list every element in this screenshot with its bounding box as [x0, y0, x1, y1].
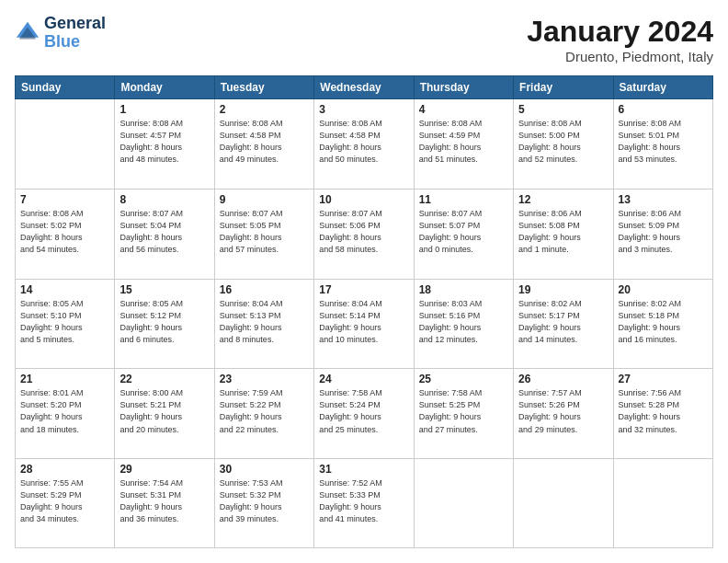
header: General Blue January 2024 Druento, Piedm…: [15, 15, 713, 64]
cell-info: Sunrise: 8:06 AMSunset: 5:09 PMDaylight:…: [619, 208, 708, 256]
day-number: 24: [319, 373, 408, 385]
cell-info: Sunrise: 7:52 AMSunset: 5:33 PMDaylight:…: [319, 477, 408, 525]
calendar-cell: 13Sunrise: 8:06 AMSunset: 5:09 PMDayligh…: [613, 189, 712, 279]
calendar-cell: 17Sunrise: 8:04 AMSunset: 5:14 PMDayligh…: [314, 279, 414, 369]
cell-info: Sunrise: 7:58 AMSunset: 5:24 PMDaylight:…: [319, 387, 408, 435]
calendar-cell: 23Sunrise: 7:59 AMSunset: 5:22 PMDayligh…: [214, 369, 313, 459]
day-number: 20: [619, 283, 708, 296]
calendar-week-row: 28Sunrise: 7:55 AMSunset: 5:29 PMDayligh…: [16, 459, 713, 548]
calendar-cell: 5Sunrise: 8:08 AMSunset: 5:00 PMDaylight…: [514, 99, 613, 190]
day-number: 8: [119, 193, 209, 206]
day-number: 15: [119, 283, 209, 296]
day-number: 12: [518, 193, 608, 206]
page: General Blue January 2024 Druento, Piedm…: [0, 0, 728, 563]
cell-info: Sunrise: 8:05 AMSunset: 5:12 PMDaylight:…: [119, 298, 209, 346]
calendar-cell: 28Sunrise: 7:55 AMSunset: 5:29 PMDayligh…: [16, 459, 115, 548]
calendar-header-wednesday: Wednesday: [314, 76, 414, 99]
logo: General Blue: [15, 15, 106, 52]
day-number: 11: [419, 193, 508, 206]
calendar-cell: 14Sunrise: 8:05 AMSunset: 5:10 PMDayligh…: [16, 279, 115, 369]
calendar-cell: 9Sunrise: 8:07 AMSunset: 5:05 PMDaylight…: [214, 189, 313, 279]
calendar-header-saturday: Saturday: [613, 76, 712, 99]
day-number: 4: [419, 103, 508, 116]
day-number: 5: [518, 103, 608, 116]
calendar-cell: 20Sunrise: 8:02 AMSunset: 5:18 PMDayligh…: [613, 279, 712, 369]
title-section: January 2024 Druento, Piedmont, Italy: [527, 15, 713, 64]
cell-info: Sunrise: 8:02 AMSunset: 5:18 PMDaylight:…: [619, 298, 708, 346]
cell-info: Sunrise: 8:08 AMSunset: 4:58 PMDaylight:…: [319, 118, 408, 166]
day-number: 6: [619, 103, 708, 116]
calendar-cell: 18Sunrise: 8:03 AMSunset: 5:16 PMDayligh…: [414, 279, 513, 369]
cell-info: Sunrise: 8:08 AMSunset: 5:01 PMDaylight:…: [619, 118, 708, 166]
calendar-cell: [514, 459, 613, 548]
cell-info: Sunrise: 8:05 AMSunset: 5:10 PMDaylight:…: [20, 298, 109, 346]
calendar-header-thursday: Thursday: [414, 76, 513, 99]
calendar-cell: 24Sunrise: 7:58 AMSunset: 5:24 PMDayligh…: [314, 369, 414, 459]
cell-info: Sunrise: 8:07 AMSunset: 5:04 PMDaylight:…: [119, 208, 209, 256]
calendar-cell: 3Sunrise: 8:08 AMSunset: 4:58 PMDaylight…: [314, 99, 414, 190]
day-number: 10: [319, 193, 408, 206]
day-number: 25: [419, 373, 508, 385]
day-number: 3: [319, 103, 408, 116]
cell-info: Sunrise: 8:04 AMSunset: 5:13 PMDaylight:…: [220, 298, 309, 346]
day-number: 13: [619, 193, 708, 206]
calendar-week-row: 21Sunrise: 8:01 AMSunset: 5:20 PMDayligh…: [16, 369, 713, 459]
calendar-cell: 16Sunrise: 8:04 AMSunset: 5:13 PMDayligh…: [214, 279, 313, 369]
day-number: 28: [20, 463, 109, 476]
calendar-cell: 15Sunrise: 8:05 AMSunset: 5:12 PMDayligh…: [115, 279, 214, 369]
calendar-cell: 12Sunrise: 8:06 AMSunset: 5:08 PMDayligh…: [514, 189, 613, 279]
month-title: January 2024: [527, 15, 713, 49]
calendar-cell: 1Sunrise: 8:08 AMSunset: 4:57 PMDaylight…: [115, 99, 214, 190]
cell-info: Sunrise: 8:08 AMSunset: 4:57 PMDaylight:…: [119, 118, 209, 166]
day-number: 23: [220, 373, 309, 385]
day-number: 22: [119, 373, 209, 385]
day-number: 9: [220, 193, 309, 206]
cell-info: Sunrise: 7:54 AMSunset: 5:31 PMDaylight:…: [119, 477, 209, 525]
cell-info: Sunrise: 8:07 AMSunset: 5:06 PMDaylight:…: [319, 208, 408, 256]
cell-info: Sunrise: 7:58 AMSunset: 5:25 PMDaylight:…: [419, 387, 508, 435]
calendar-cell: 7Sunrise: 8:08 AMSunset: 5:02 PMDaylight…: [16, 189, 115, 279]
cell-info: Sunrise: 7:53 AMSunset: 5:32 PMDaylight:…: [220, 477, 309, 525]
cell-info: Sunrise: 8:02 AMSunset: 5:17 PMDaylight:…: [518, 298, 608, 346]
day-number: 7: [20, 193, 109, 206]
day-number: 16: [220, 283, 309, 296]
calendar-cell: 4Sunrise: 8:08 AMSunset: 4:59 PMDaylight…: [414, 99, 513, 190]
calendar-week-row: 7Sunrise: 8:08 AMSunset: 5:02 PMDaylight…: [16, 189, 713, 279]
calendar-cell: [16, 99, 115, 190]
cell-info: Sunrise: 8:03 AMSunset: 5:16 PMDaylight:…: [419, 298, 508, 346]
calendar-cell: [414, 459, 513, 548]
calendar-cell: 21Sunrise: 8:01 AMSunset: 5:20 PMDayligh…: [16, 369, 115, 459]
calendar-week-row: 14Sunrise: 8:05 AMSunset: 5:10 PMDayligh…: [16, 279, 713, 369]
calendar-cell: 11Sunrise: 8:07 AMSunset: 5:07 PMDayligh…: [414, 189, 513, 279]
calendar-header-friday: Friday: [514, 76, 613, 99]
calendar-cell: 27Sunrise: 7:56 AMSunset: 5:28 PMDayligh…: [613, 369, 712, 459]
cell-info: Sunrise: 7:55 AMSunset: 5:29 PMDaylight:…: [20, 477, 109, 525]
cell-info: Sunrise: 8:00 AMSunset: 5:21 PMDaylight:…: [119, 387, 209, 435]
calendar-cell: 2Sunrise: 8:08 AMSunset: 4:58 PMDaylight…: [214, 99, 313, 190]
logo-icon: [15, 20, 40, 46]
day-number: 19: [518, 283, 608, 296]
cell-info: Sunrise: 7:56 AMSunset: 5:28 PMDaylight:…: [619, 387, 708, 435]
day-number: 1: [119, 103, 209, 116]
cell-info: Sunrise: 7:57 AMSunset: 5:26 PMDaylight:…: [518, 387, 608, 435]
day-number: 17: [319, 283, 408, 296]
cell-info: Sunrise: 8:08 AMSunset: 5:02 PMDaylight:…: [20, 208, 109, 256]
calendar-cell: 8Sunrise: 8:07 AMSunset: 5:04 PMDaylight…: [115, 189, 214, 279]
cell-info: Sunrise: 8:07 AMSunset: 5:05 PMDaylight:…: [220, 208, 309, 256]
day-number: 27: [619, 373, 708, 385]
day-number: 2: [220, 103, 309, 116]
calendar-cell: 29Sunrise: 7:54 AMSunset: 5:31 PMDayligh…: [115, 459, 214, 548]
calendar-cell: [613, 459, 712, 548]
cell-info: Sunrise: 8:08 AMSunset: 4:59 PMDaylight:…: [419, 118, 508, 166]
calendar-header-tuesday: Tuesday: [214, 76, 313, 99]
calendar-cell: 19Sunrise: 8:02 AMSunset: 5:17 PMDayligh…: [514, 279, 613, 369]
day-number: 31: [319, 463, 408, 476]
calendar-week-row: 1Sunrise: 8:08 AMSunset: 4:57 PMDaylight…: [16, 99, 713, 190]
calendar-cell: 22Sunrise: 8:00 AMSunset: 5:21 PMDayligh…: [115, 369, 214, 459]
cell-info: Sunrise: 8:07 AMSunset: 5:07 PMDaylight:…: [419, 208, 508, 256]
calendar-cell: 10Sunrise: 8:07 AMSunset: 5:06 PMDayligh…: [314, 189, 414, 279]
day-number: 30: [220, 463, 309, 476]
day-number: 14: [20, 283, 109, 296]
calendar-header-sunday: Sunday: [16, 76, 115, 99]
cell-info: Sunrise: 8:06 AMSunset: 5:08 PMDaylight:…: [518, 208, 608, 256]
